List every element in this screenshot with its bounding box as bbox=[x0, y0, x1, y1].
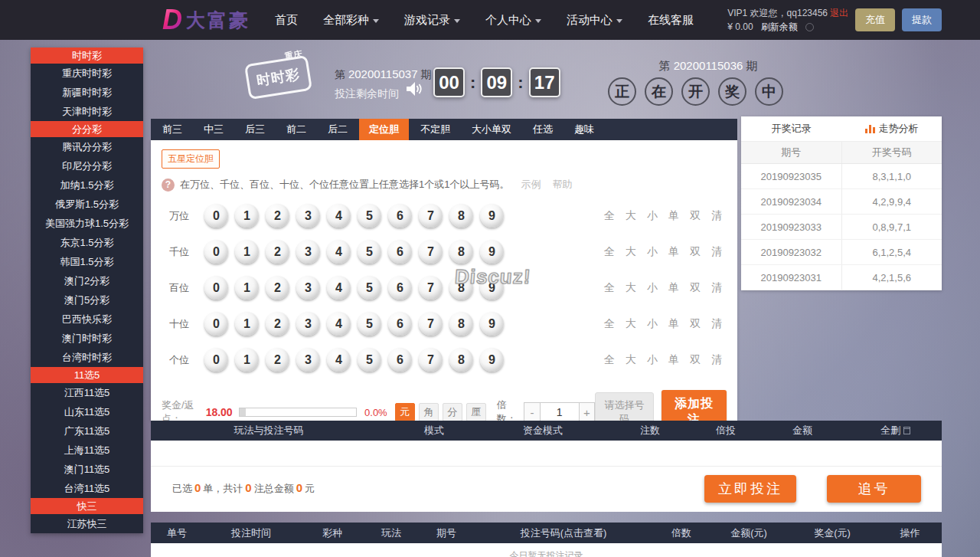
ball-9[interactable]: 9 bbox=[480, 312, 504, 336]
sidebar-item-7[interactable]: 加纳1.5分彩 bbox=[31, 175, 143, 195]
ball-2[interactable]: 2 bbox=[266, 204, 289, 228]
sidebar-item-25[interactable]: 江苏快三 bbox=[31, 514, 143, 533]
sidebar-item-22[interactable]: 澳门11选5 bbox=[31, 460, 143, 479]
quick-odd[interactable]: 单 bbox=[668, 245, 679, 259]
nav-game-records[interactable]: 游戏记录 bbox=[404, 13, 460, 28]
ball-5[interactable]: 5 bbox=[358, 348, 381, 372]
tab-大小单双[interactable]: 大小单双 bbox=[462, 119, 521, 140]
ball-8[interactable]: 8 bbox=[449, 312, 473, 336]
sidebar-item-10[interactable]: 东京1.5分彩 bbox=[31, 233, 143, 252]
nav-service[interactable]: 在线客服 bbox=[648, 13, 694, 28]
example-link[interactable]: 示例 bbox=[521, 178, 541, 192]
quick-clear[interactable]: 清 bbox=[711, 317, 722, 331]
multiplier-minus-button[interactable]: - bbox=[524, 402, 540, 422]
sidebar-item-2[interactable]: 新疆时时彩 bbox=[31, 83, 143, 102]
ball-7[interactable]: 7 bbox=[419, 240, 443, 264]
quick-even[interactable]: 双 bbox=[690, 317, 701, 331]
ball-4[interactable]: 4 bbox=[327, 312, 351, 336]
quick-clear[interactable]: 清 bbox=[711, 245, 722, 259]
ball-1[interactable]: 1 bbox=[235, 240, 259, 264]
nav-home[interactable]: 首页 bbox=[275, 13, 298, 28]
quick-big[interactable]: 大 bbox=[626, 317, 636, 331]
multiplier-input[interactable] bbox=[540, 402, 580, 422]
sidebar-item-8[interactable]: 俄罗斯1.5分彩 bbox=[31, 195, 143, 214]
quick-small[interactable]: 小 bbox=[647, 317, 658, 331]
nav-activity[interactable]: 活动中心 bbox=[567, 13, 622, 28]
tab-不定胆[interactable]: 不定胆 bbox=[410, 119, 460, 140]
quick-clear[interactable]: 清 bbox=[711, 281, 722, 295]
quick-even[interactable]: 双 bbox=[690, 209, 701, 223]
ball-6[interactable]: 6 bbox=[388, 240, 412, 264]
ball-9[interactable]: 9 bbox=[480, 204, 504, 228]
ball-5[interactable]: 5 bbox=[358, 312, 381, 336]
ball-6[interactable]: 6 bbox=[388, 204, 412, 228]
sidebar-item-16[interactable]: 台湾时时彩 bbox=[31, 348, 143, 367]
ball-8[interactable]: 8 bbox=[449, 240, 473, 264]
tab-后二[interactable]: 后二 bbox=[318, 119, 358, 140]
quick-even[interactable]: 双 bbox=[690, 245, 701, 259]
unit-jiao[interactable]: 角 bbox=[419, 403, 439, 421]
quick-big[interactable]: 大 bbox=[626, 281, 636, 295]
refresh-icon[interactable] bbox=[805, 23, 814, 31]
ball-7[interactable]: 7 bbox=[419, 312, 443, 336]
sidebar-item-9[interactable]: 美国强力球1.5分彩 bbox=[31, 214, 143, 233]
sidebar-item-15[interactable]: 澳门时时彩 bbox=[31, 329, 143, 348]
ball-3[interactable]: 3 bbox=[296, 312, 320, 336]
ball-4[interactable]: 4 bbox=[327, 240, 351, 264]
ball-6[interactable]: 6 bbox=[388, 312, 412, 336]
logout-link[interactable]: 退出 bbox=[830, 8, 848, 18]
ball-0[interactable]: 0 bbox=[204, 204, 228, 228]
tab-任选[interactable]: 任选 bbox=[523, 119, 563, 140]
ball-4[interactable]: 4 bbox=[327, 276, 351, 300]
quick-clear[interactable]: 清 bbox=[711, 353, 722, 367]
tab-中三[interactable]: 中三 bbox=[194, 119, 234, 140]
quick-big[interactable]: 大 bbox=[626, 209, 636, 223]
ball-5[interactable]: 5 bbox=[358, 204, 381, 228]
ball-5[interactable]: 5 bbox=[358, 276, 381, 300]
ball-0[interactable]: 0 bbox=[204, 240, 228, 264]
help-link[interactable]: 帮助 bbox=[552, 178, 572, 192]
sidebar-item-6[interactable]: 印尼分分彩 bbox=[31, 156, 143, 175]
sidebar-item-3[interactable]: 天津时时彩 bbox=[31, 102, 143, 121]
ball-0[interactable]: 0 bbox=[204, 348, 228, 372]
rebate-slider[interactable] bbox=[239, 408, 357, 417]
sidebar-item-14[interactable]: 巴西快乐彩 bbox=[31, 310, 143, 329]
quick-big[interactable]: 大 bbox=[626, 245, 636, 259]
ball-0[interactable]: 0 bbox=[204, 312, 228, 336]
ball-2[interactable]: 2 bbox=[266, 312, 289, 336]
quick-small[interactable]: 小 bbox=[647, 209, 658, 223]
ball-2[interactable]: 2 bbox=[266, 348, 289, 372]
delete-all-icon[interactable] bbox=[903, 427, 910, 434]
tab-前二[interactable]: 前二 bbox=[276, 119, 316, 140]
mode-chip[interactable]: 五星定位胆 bbox=[162, 149, 220, 169]
unit-yuan[interactable]: 元 bbox=[395, 403, 415, 421]
tab-前三[interactable]: 前三 bbox=[152, 119, 192, 140]
sidebar-item-21[interactable]: 上海11选5 bbox=[31, 441, 143, 460]
unit-fen[interactable]: 分 bbox=[443, 403, 462, 421]
sidebar-item-5[interactable]: 腾讯分分彩 bbox=[31, 137, 143, 156]
cart-col-6[interactable]: 全删 bbox=[849, 424, 942, 437]
sidebar-item-19[interactable]: 山东11选5 bbox=[31, 402, 143, 421]
withdraw-button[interactable]: 提款 bbox=[902, 8, 942, 31]
refresh-balance-link[interactable]: 刷新余额 bbox=[761, 21, 798, 32]
ball-9[interactable]: 9 bbox=[480, 240, 504, 264]
records-title-tab[interactable]: 开奖记录 bbox=[741, 122, 841, 136]
sidebar-item-12[interactable]: 澳门2分彩 bbox=[31, 271, 143, 290]
ball-2[interactable]: 2 bbox=[266, 240, 289, 264]
quick-clear[interactable]: 清 bbox=[711, 209, 722, 223]
ball-1[interactable]: 1 bbox=[235, 348, 259, 372]
nav-lotteries[interactable]: 全部彩种 bbox=[323, 13, 379, 28]
tab-趣味[interactable]: 趣味 bbox=[564, 119, 604, 140]
trend-analysis-link[interactable]: 走势分析 bbox=[841, 122, 942, 136]
ball-1[interactable]: 1 bbox=[235, 204, 259, 228]
bet-now-button[interactable]: 立即投注 bbox=[704, 475, 796, 503]
quick-all[interactable]: 全 bbox=[604, 353, 615, 367]
recharge-button[interactable]: 充值 bbox=[855, 8, 895, 31]
ball-7[interactable]: 7 bbox=[419, 348, 443, 372]
quick-all[interactable]: 全 bbox=[604, 281, 615, 295]
quick-even[interactable]: 双 bbox=[690, 281, 701, 295]
quick-even[interactable]: 双 bbox=[690, 353, 701, 367]
quick-small[interactable]: 小 bbox=[647, 281, 658, 295]
ball-2[interactable]: 2 bbox=[266, 276, 289, 300]
ball-3[interactable]: 3 bbox=[296, 348, 320, 372]
